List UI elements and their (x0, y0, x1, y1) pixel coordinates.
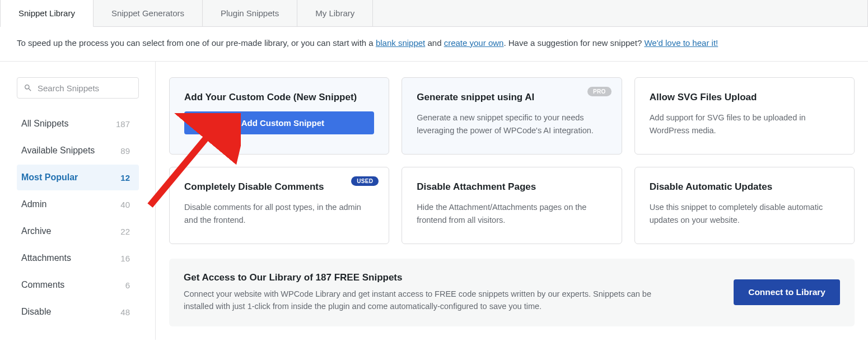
cta-desc: Connect your website with WPCode Library… (184, 288, 676, 313)
card-title: Generate snippet using AI (417, 91, 606, 104)
filter-label: Archive (21, 226, 51, 236)
used-badge: USED (351, 176, 379, 186)
connect-library-button[interactable]: Connect to Library (734, 279, 840, 305)
card-desc: Use this snippet to completely disable a… (650, 201, 839, 226)
link-create-own[interactable]: create your own (444, 38, 504, 48)
filter-count: 187 (116, 119, 130, 129)
filter-most-popular[interactable]: Most Popular12 (17, 165, 139, 190)
card-title: Add Your Custom Code (New Snippet) (184, 91, 374, 104)
cards-grid: Add Your Custom Code (New Snippet) + Add… (169, 77, 855, 244)
tab-snippet-generators[interactable]: Snippet Generators (94, 0, 203, 26)
filter-label: All Snippets (21, 119, 69, 129)
filter-disable[interactable]: Disable48 (17, 299, 139, 325)
card-title: Disable Attachment Pages (417, 181, 606, 193)
intro-prefix: To speed up the process you can select f… (17, 38, 376, 48)
intro-mid1: and (425, 38, 444, 48)
card-title: Allow SVG Files Upload (650, 91, 839, 104)
filter-label: Attachments (21, 253, 71, 263)
filter-label: Comments (21, 280, 64, 290)
search-icon (24, 83, 32, 92)
cta-text: Get Access to Our Library of 187 FREE Sn… (184, 272, 676, 313)
tab-snippet-library[interactable]: Snippet Library (1, 0, 94, 27)
filter-archive[interactable]: Archive22 (17, 218, 139, 244)
main-content: Add Your Custom Code (New Snippet) + Add… (156, 62, 868, 340)
filter-count: 22 (120, 227, 130, 236)
card-desc: Hide the Attachment/Attachments pages on… (417, 201, 606, 226)
filter-admin[interactable]: Admin40 (17, 191, 139, 217)
card-desc: Generate a new snippet specific to your … (417, 111, 606, 137)
card-disable-attachment[interactable]: Disable Attachment Pages Hide the Attach… (402, 167, 622, 244)
filter-label: Most Popular (21, 172, 78, 183)
search-input[interactable] (17, 77, 139, 99)
card-generate-ai[interactable]: PRO Generate snippet using AI Generate a… (402, 77, 622, 155)
filter-comments[interactable]: Comments6 (17, 272, 139, 298)
library-cta: Get Access to Our Library of 187 FREE Sn… (169, 259, 855, 326)
card-disable-updates[interactable]: Disable Automatic Updates Use this snipp… (634, 167, 855, 244)
add-custom-snippet-button[interactable]: + Add Custom Snippet (184, 111, 374, 134)
filter-count: 12 (120, 173, 130, 183)
card-disable-comments[interactable]: USED Completely Disable Comments Disable… (169, 167, 389, 244)
sidebar: All Snippets187 Available Snippets89 Mos… (0, 62, 156, 340)
filter-count: 89 (120, 146, 130, 156)
filter-label: Admin (21, 199, 46, 209)
tab-plugin-snippets[interactable]: Plugin Snippets (203, 0, 297, 26)
card-desc: Add support for SVG files to be uploaded… (650, 111, 839, 137)
intro-mid2: . Have a suggestion for new snippet? (503, 38, 644, 48)
cta-title: Get Access to Our Library of 187 FREE Sn… (184, 272, 676, 283)
filter-label: Available Snippets (21, 146, 95, 156)
card-add-custom-code[interactable]: Add Your Custom Code (New Snippet) + Add… (169, 77, 389, 155)
card-allow-svg[interactable]: Allow SVG Files Upload Add support for S… (634, 77, 855, 155)
link-blank-snippet[interactable]: blank snippet (376, 38, 425, 48)
filter-count: 16 (120, 254, 130, 263)
filter-available-snippets[interactable]: Available Snippets89 (17, 138, 139, 163)
tabs-row: Snippet Library Snippet Generators Plugi… (0, 0, 868, 27)
filter-list: All Snippets187 Available Snippets89 Mos… (17, 111, 147, 325)
filter-all-snippets[interactable]: All Snippets187 (17, 111, 139, 137)
filter-attachments[interactable]: Attachments16 (17, 245, 139, 271)
intro-text: To speed up the process you can select f… (0, 27, 868, 62)
filter-count: 6 (125, 280, 130, 290)
filter-count: 40 (120, 200, 130, 209)
filter-label: Disable (21, 307, 51, 317)
card-title: Disable Automatic Updates (650, 181, 839, 193)
card-desc: Disable comments for all post types, in … (184, 201, 374, 226)
link-suggestion[interactable]: We'd love to hear it! (644, 38, 718, 48)
tab-my-library[interactable]: My Library (297, 0, 373, 26)
pro-badge: PRO (587, 87, 612, 96)
card-title: Completely Disable Comments (184, 181, 374, 193)
filter-count: 48 (120, 307, 130, 317)
search-wrap (17, 77, 147, 99)
